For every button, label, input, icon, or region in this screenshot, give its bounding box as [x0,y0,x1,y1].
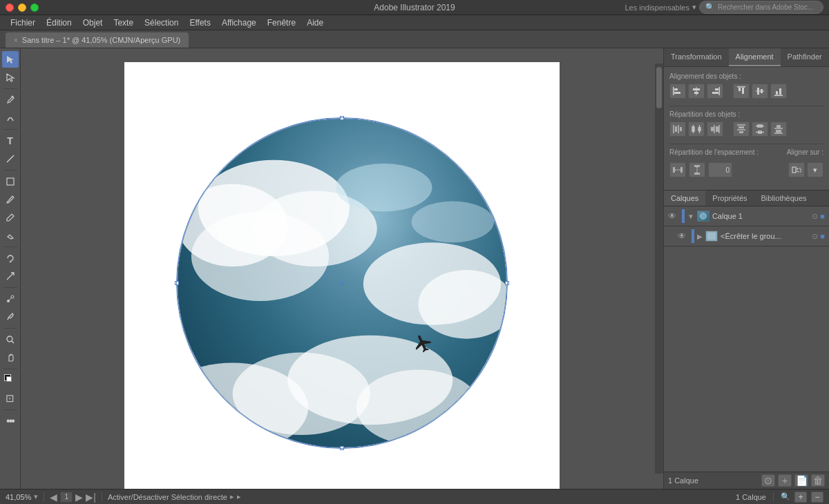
vertical-scrollbar[interactable] [655,64,663,474]
zoom-out-btn[interactable]: − [811,492,823,503]
align-right-edges-btn[interactable] [707,84,723,99]
zoom-tool[interactable] [2,331,19,348]
zoom-dropdown[interactable]: ▾ [34,492,38,501]
distribute-top-btn[interactable] [733,122,750,137]
prev-page-btn[interactable]: ◀ [50,492,57,503]
align-on-selection-btn[interactable] [788,162,805,177]
layer-color-ecrete [692,229,694,243]
distribute-center-h-btn[interactable] [688,122,705,137]
layer-item-calque1[interactable]: 👁 ▼ Calque 1 ⊙ ■ [664,206,829,226]
new-sublayer-btn[interactable]: + [778,474,792,487]
paintbrush-tool[interactable] [2,191,19,208]
menu-edition[interactable]: Édition [41,17,77,29]
distribute-bottom-btn[interactable] [770,122,787,137]
svg-point-0 [11,96,13,98]
line-tool[interactable] [2,151,19,167]
align-centers-v-btn[interactable] [752,84,768,99]
curvature-tool[interactable] [2,110,19,126]
menu-fichier[interactable]: Fichier [6,17,40,29]
handle-right[interactable] [505,281,509,285]
select-tool[interactable] [2,51,19,68]
minimize-button[interactable] [18,3,26,12]
toolbar-sep-4 [3,246,17,247]
svg-rect-50 [711,127,714,131]
new-layer-btn[interactable]: 📄 [794,474,808,487]
layers-tab-proprietes[interactable]: Propriétés [705,191,754,206]
tab-close-icon[interactable]: × [14,37,18,44]
distribute-space-h-btn[interactable] [669,162,686,177]
distribute-right-btn[interactable] [707,122,723,137]
type-tool[interactable]: T [2,133,19,149]
tab-pathfinder[interactable]: Pathfinder [781,48,829,66]
scale-tool[interactable] [2,268,19,284]
search-bar[interactable]: 🔍 Rechercher dans Adobe Stoc... [699,1,823,14]
pencil-tool[interactable] [2,209,19,226]
handle-bottom[interactable] [340,446,344,450]
distribute-center-v-btn[interactable] [752,122,768,137]
menu-aide[interactable]: Aide [302,17,328,29]
menu-selection[interactable]: Sélection [140,17,183,29]
menu-texte[interactable]: Texte [108,17,138,29]
workspace-chevron[interactable]: ▾ [692,3,696,12]
menu-fenetre[interactable]: Fenêtre [263,17,301,29]
tab-transformation[interactable]: Transformation [664,48,729,66]
zoom-in-btn[interactable]: + [794,492,807,503]
align-on-btn-down[interactable]: ▾ [807,162,823,177]
handle-left[interactable] [175,281,179,285]
handle-top[interactable] [340,116,344,120]
layer-lock2-icon[interactable]: ⊙ [812,232,818,241]
close-button[interactable] [6,3,14,12]
svg-rect-2 [7,178,14,185]
status-action-arrow[interactable]: ▸ [237,492,241,501]
scroll-thumb[interactable] [656,67,662,108]
search-icon-status[interactable]: 🔍 [781,492,790,501]
canvas-area[interactable] [21,48,663,489]
more-tools[interactable]: ••• [2,413,19,429]
svg-rect-44 [692,126,695,132]
layer-visibility-calque1[interactable]: 👁 [668,211,679,221]
svg-point-20 [412,201,494,242]
toolbar-sep-1 [3,88,17,89]
eraser-tool[interactable] [2,227,19,244]
last-page-btn[interactable]: ▶| [86,492,96,503]
layer-visibility-ecrete[interactable]: 👁 [678,231,689,241]
layers-tab-calques[interactable]: Calques [664,191,705,206]
next-page-btn[interactable]: ▶ [75,492,83,503]
page-input[interactable]: 1 [60,492,73,503]
shape-tool[interactable] [2,173,19,190]
direct-select-tool[interactable] [2,69,19,86]
tab-alignement[interactable]: Alignement [729,48,781,66]
layer-expand-ecrete[interactable]: ▶ [697,233,703,240]
hand-tool[interactable] [2,349,19,366]
eyedropper-tool[interactable] [2,309,19,325]
status-action-chevron[interactable]: ▸ [230,492,234,501]
rotate-tool[interactable] [2,250,19,266]
spacing-input[interactable] [708,162,732,177]
layer-lock-icon[interactable]: ⊙ [812,212,818,221]
distribute-left-btn[interactable] [669,122,686,137]
layers-tab-bibliotheques[interactable]: Bibliothèques [754,191,814,206]
pen-tool[interactable] [2,92,19,108]
document-tab[interactable]: × Sans titre – 1* @ 41,05% (CMJN/Aperçu … [6,32,189,48]
make-clipping-mask-btn[interactable]: ⊙ [761,474,775,487]
menu-objet[interactable]: Objet [78,17,108,29]
fill-stroke-tool[interactable] [2,372,19,389]
menu-effets[interactable]: Effets [184,17,215,29]
align-left-edges-btn[interactable] [669,84,686,99]
menu-affichage[interactable]: Affichage [217,17,261,29]
svg-rect-52 [739,126,744,128]
align-centers-h-btn[interactable] [688,84,705,99]
toolbar-sep-5 [3,287,17,288]
align-top-edges-btn[interactable] [733,84,750,99]
align-bottom-edges-btn[interactable] [770,84,787,99]
layer-expand-calque1[interactable]: ▼ [687,213,694,220]
status-right: 1 Calque 🔍 + − [736,492,823,503]
layer-item-ecrete[interactable]: 👁 ▶ <Écrêter le grou... ⊙ ■ [664,226,829,246]
blend-tool[interactable] [2,291,19,307]
maximize-button[interactable] [30,3,39,12]
delete-layer-btn[interactable]: 🗑 [811,474,825,487]
distribute-space-v-btn[interactable] [689,162,705,177]
layer-visibility2-icon[interactable]: ■ [820,232,825,241]
layer-visibility-icon2[interactable]: ■ [820,212,825,221]
draw-mode-tool[interactable]: ⊡ [2,390,19,407]
